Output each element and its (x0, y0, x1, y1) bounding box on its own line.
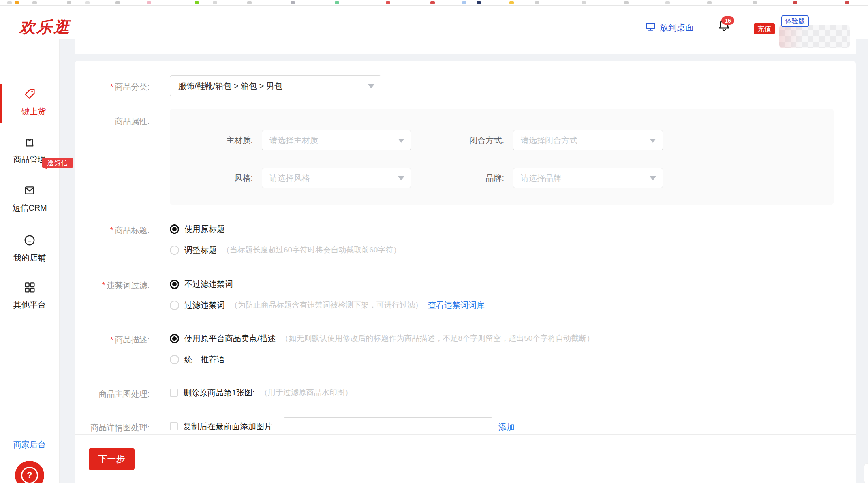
required-asterisk: * (102, 281, 105, 290)
favicon-remnant (291, 1, 295, 4)
title-option-original[interactable]: 使用原标题 (170, 224, 225, 234)
option-hint: （为防止商品标题含有违禁词被检测下架，可进行过滤） (230, 300, 423, 310)
contact-support-button[interactable]: ? (15, 461, 44, 483)
attr-label-material: 主材质: (172, 135, 253, 146)
option-hint: （当标题长度超过60字符时将会自动截取前60字符） (222, 245, 401, 255)
attr-label-closure: 闭合方式: (423, 135, 504, 146)
field-label-main-image: 商品主图处理: (60, 389, 150, 400)
floating-widget-sliver[interactable] (864, 463, 868, 483)
sidebar-item-other-platforms[interactable]: 其他平台 (0, 281, 59, 310)
favicon-remnant (85, 1, 90, 4)
option-hint: （如无则默认使用修改后的标题作为商品描述，不足8个字则留空，超出50个字将自动截… (281, 333, 594, 344)
style-select[interactable]: 请选择风格 (262, 168, 411, 188)
favicon-remnant (509, 1, 514, 4)
sidebar-item-label: 我的店铺 (13, 252, 46, 263)
checkbox-unchecked[interactable] (170, 422, 178, 430)
monitor-icon (645, 21, 656, 34)
put-on-desktop-button[interactable]: 放到桌面 (645, 21, 694, 34)
sidebar: 一键上货 商品管理 短信CRM (0, 39, 60, 483)
description-option-original[interactable]: 使用原平台商品卖点/描述 （如无则默认使用修改后的标题作为商品描述，不足8个字则… (170, 333, 594, 344)
favicon-remnant (624, 1, 629, 4)
sidebar-item-my-shop[interactable]: 我的店铺 (0, 234, 59, 263)
favicon-remnant (195, 1, 199, 4)
price-tag-icon (23, 88, 36, 100)
attr-label-brand: 品牌: (423, 173, 504, 184)
detail-image-option[interactable]: 复制后在最前面添加图片 (170, 421, 272, 432)
radio-unselected[interactable] (170, 246, 179, 255)
bottom-action-bar (75, 435, 856, 483)
field-label-attributes: 商品属性: (60, 116, 150, 127)
next-step-button[interactable]: 下一步 (89, 448, 135, 470)
favicon-remnant (213, 1, 217, 4)
required-asterisk: * (110, 335, 113, 344)
category-select[interactable]: 服饰/鞋靴/箱包 > 箱包 > 男包 (170, 75, 381, 96)
favicon-remnant (7, 1, 12, 4)
header: 欢乐逛 放到桌面 16 充值 体验版 (0, 6, 868, 39)
favicon-remnant (793, 1, 797, 4)
favicon-remnant (707, 1, 712, 4)
field-label-forbidden-words: *违禁词过滤: (60, 280, 150, 291)
sidebar-item-sms-crm[interactable]: 短信CRM (0, 184, 59, 214)
shopping-bag-icon (23, 135, 36, 148)
merchant-backend-link[interactable]: 商家后台 (0, 439, 59, 450)
closure-select-placeholder: 请选择闭合方式 (513, 135, 577, 146)
previous-card-remnant (75, 39, 856, 54)
grid-icon (23, 281, 36, 294)
field-label-title: *商品标题: (60, 225, 150, 236)
radio-label: 使用原标题 (184, 224, 225, 235)
favicon-remnant (462, 1, 466, 4)
forbidden-option-filter[interactable]: 过滤违禁词 （为防止商品标题含有违禁词被检测下架，可进行过滤） 查看违禁词词库 (170, 300, 485, 310)
favicon-remnant (147, 1, 151, 4)
attr-label-style: 风格: (172, 173, 253, 184)
field-label-detail-image: 商品详情图处理: (60, 422, 150, 433)
option-hint: （用于过滤原商品水印图） (260, 387, 353, 398)
material-select[interactable]: 请选择主材质 (262, 130, 411, 150)
sidebar-item-label: 短信CRM (12, 203, 47, 214)
header-divider (743, 23, 743, 32)
radio-unselected[interactable] (170, 301, 179, 310)
checkbox-label: 删除原商品第1张图: (183, 387, 255, 398)
radio-selected[interactable] (170, 224, 179, 234)
shop-face-icon (23, 234, 36, 247)
radio-selected[interactable] (170, 280, 179, 289)
favicon-remnant (386, 1, 390, 4)
favicon-remnant (535, 1, 539, 4)
sidebar-item-label: 一键上货 (13, 106, 46, 117)
required-asterisk: * (110, 82, 113, 91)
user-account-redacted-mosaic[interactable] (779, 25, 850, 48)
chevron-down-icon (650, 139, 656, 143)
view-forbidden-words-link[interactable]: 查看违禁词词库 (428, 300, 485, 311)
add-image-link[interactable]: 添加 (498, 422, 515, 433)
closure-select[interactable]: 请选择闭合方式 (513, 130, 663, 150)
brand-select[interactable]: 请选择品牌 (513, 168, 663, 188)
browser-bookmarks-strip (0, 0, 868, 6)
favicon-remnant (665, 1, 670, 4)
radio-label: 不过滤违禁词 (184, 279, 233, 290)
favicon-remnant (247, 1, 252, 4)
favicon-remnant (430, 1, 435, 4)
field-label-description: *商品描述: (60, 334, 150, 345)
favicon-remnant (15, 1, 19, 4)
sidebar-item-one-click-upload[interactable]: 一键上货 (0, 88, 59, 117)
radio-label: 使用原平台商品卖点/描述 (184, 333, 276, 344)
app-logo: 欢乐逛 (19, 16, 71, 38)
sidebar-item-label: 商品管理 (13, 154, 46, 165)
question-mark-icon: ? (21, 467, 38, 483)
checkbox-label: 复制后在最前面添加图片 (183, 421, 272, 432)
radio-unselected[interactable] (170, 355, 179, 364)
notification-count-badge: 16 (721, 16, 734, 25)
checkbox-unchecked[interactable] (170, 389, 178, 397)
required-asterisk: * (110, 226, 113, 235)
field-label-category: *商品分类: (60, 81, 150, 92)
favicon-remnant (115, 1, 120, 4)
radio-selected[interactable] (170, 334, 179, 343)
style-select-placeholder: 请选择风格 (262, 173, 310, 184)
radio-label: 统一推荐语 (184, 354, 225, 365)
chevron-down-icon (398, 139, 404, 143)
description-option-unified[interactable]: 统一推荐语 (170, 354, 225, 365)
category-select-value: 服饰/鞋靴/箱包 > 箱包 > 男包 (170, 81, 282, 92)
main-image-option[interactable]: 删除原商品第1张图: （用于过滤原商品水印图） (170, 387, 353, 398)
title-option-adjust[interactable]: 调整标题 （当标题长度超过60字符时将会自动截取前60字符） (170, 245, 401, 255)
recharge-button[interactable]: 充值 (754, 23, 775, 34)
forbidden-option-no-filter[interactable]: 不过滤违禁词 (170, 279, 233, 289)
